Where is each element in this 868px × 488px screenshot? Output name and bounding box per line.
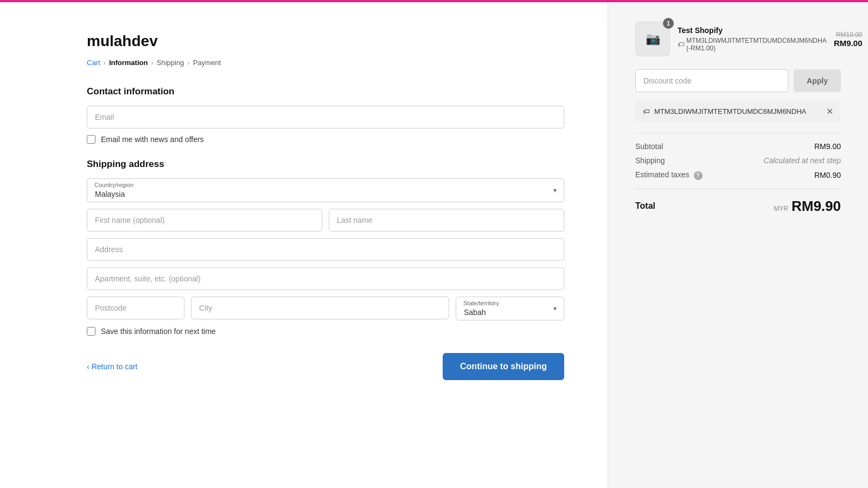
product-badge: 1	[663, 18, 674, 29]
discount-tag-text: MTM3LDIWMJITMTETMTDUMDC6MJM6NDHA (-RM1.0…	[686, 37, 826, 52]
shipping-row: Shipping Calculated at next step	[635, 156, 841, 165]
breadcrumb-information: Information	[109, 59, 148, 67]
total-row: Total MYR RM9.90	[635, 189, 841, 215]
code-tag-icon: 🏷	[643, 107, 650, 115]
taxes-label: Estimated taxes ?	[635, 170, 703, 180]
applied-code-text: MTM3LDIWMJITMTETMTDUMDC6MJM6NDHA	[654, 107, 806, 115]
email-group	[87, 106, 564, 129]
name-row	[87, 209, 564, 238]
apt-input[interactable]	[87, 267, 564, 290]
product-name: Test Shopify	[678, 26, 826, 35]
shipping-label: Shipping	[635, 156, 665, 165]
newsletter-checkbox[interactable]	[87, 135, 95, 144]
right-panel: 1 📷 Test Shopify 🏷 MTM3LDIWMJITMTETMTDUM…	[608, 0, 868, 488]
breadcrumb-sep-1: ›	[104, 59, 106, 67]
taxes-row: Estimated taxes ? RM0.90	[635, 170, 841, 180]
discount-code-input[interactable]	[635, 69, 788, 92]
country-group: Country/region Malaysia ▾	[87, 178, 564, 202]
city-input[interactable]	[191, 297, 449, 319]
postcode-input[interactable]	[87, 297, 184, 319]
camera-icon: 📷	[646, 32, 660, 46]
product-info: Test Shopify 🏷 MTM3LDIWMJITMTETMTDUMDC6M…	[678, 26, 826, 52]
newsletter-label: Email me with news and offers	[101, 135, 204, 144]
save-info-row: Save this information for next time	[87, 327, 564, 336]
product-price: RM10.00 RM9.00	[834, 31, 863, 48]
shipping-section-title: Shipping address	[87, 159, 564, 170]
breadcrumb: Cart › Information › Shipping › Payment	[87, 59, 564, 67]
total-currency: MYR	[774, 205, 788, 213]
return-to-cart-link[interactable]: ‹ Return to cart	[87, 362, 138, 371]
email-input[interactable]	[87, 106, 564, 129]
product-row: 1 📷 Test Shopify 🏷 MTM3LDIWMJITMTETMTDUM…	[635, 22, 841, 56]
store-name: mulahdev	[87, 33, 564, 50]
city-group	[191, 297, 449, 320]
product-discount-tag: 🏷 MTM3LDIWMJITMTETMTDUMDC6MJM6NDHA (-RM1…	[678, 37, 826, 52]
save-info-checkbox[interactable]	[87, 327, 95, 336]
total-amount: RM9.90	[792, 198, 841, 215]
top-bar	[0, 0, 868, 2]
first-name-group	[87, 209, 322, 232]
left-panel: mulahdev Cart › Information › Shipping ›…	[0, 0, 608, 488]
breadcrumb-sep-2: ›	[151, 59, 153, 67]
city-row: State/territory Sabah ▾	[87, 297, 564, 327]
actions-row: ‹ Return to cart Continue to shipping	[87, 353, 564, 380]
shipping-section: Shipping address Country/region Malaysia…	[87, 159, 564, 336]
save-info-label: Save this information for next time	[101, 327, 216, 336]
contact-section-title: Contact information	[87, 86, 564, 97]
discount-row: Apply	[635, 69, 841, 92]
tax-info-icon[interactable]: ?	[694, 171, 703, 180]
total-label: Total	[635, 201, 655, 211]
address-group	[87, 238, 564, 261]
last-name-input[interactable]	[329, 209, 564, 232]
breadcrumb-payment: Payment	[193, 59, 221, 67]
product-image: 1 📷	[635, 22, 670, 56]
total-value: MYR RM9.90	[774, 198, 841, 215]
breadcrumb-cart[interactable]: Cart	[87, 59, 100, 67]
applied-code-tag: 🏷 MTM3LDIWMJITMTETMTDUMDC6MJM6NDHA ✕	[635, 101, 841, 122]
subtotal-row: Subtotal RM9.00	[635, 142, 841, 151]
first-name-input[interactable]	[87, 209, 322, 232]
last-name-group	[329, 209, 564, 232]
continue-to-shipping-button[interactable]: Continue to shipping	[443, 353, 564, 380]
state-group: State/territory Sabah ▾	[456, 297, 564, 320]
shipping-value: Calculated at next step	[764, 156, 841, 165]
taxes-value: RM0.90	[814, 171, 841, 179]
price-original: RM10.00	[834, 31, 863, 38]
back-arrow-icon: ‹	[87, 362, 90, 371]
price-current: RM9.00	[834, 38, 863, 48]
subtotal-value: RM9.00	[814, 142, 841, 151]
newsletter-row: Email me with news and offers	[87, 135, 564, 144]
return-label: Return to cart	[92, 362, 138, 371]
apt-group	[87, 267, 564, 290]
address-input[interactable]	[87, 238, 564, 261]
postcode-group	[87, 297, 184, 320]
state-select[interactable]: Sabah	[456, 297, 564, 320]
breadcrumb-sep-3: ›	[187, 59, 189, 67]
remove-code-button[interactable]: ✕	[826, 106, 833, 117]
apply-button[interactable]: Apply	[794, 69, 841, 92]
divider-1	[635, 133, 841, 133]
tag-icon: 🏷	[678, 41, 684, 48]
breadcrumb-shipping: Shipping	[157, 59, 184, 67]
country-select[interactable]: Malaysia	[87, 178, 564, 202]
subtotal-label: Subtotal	[635, 142, 663, 151]
